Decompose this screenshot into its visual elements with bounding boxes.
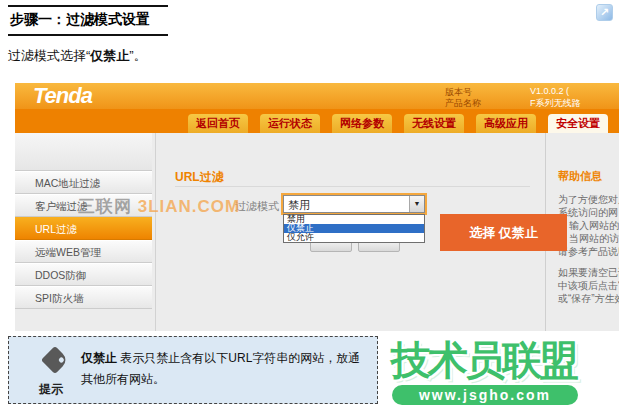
- option-allow-only[interactable]: 仅允许: [284, 233, 424, 242]
- tab-wireless[interactable]: 无线设置: [404, 114, 464, 133]
- tab-status[interactable]: 运行状态: [260, 114, 320, 133]
- site-url-badge: www.jsgho.com: [392, 385, 578, 405]
- help-line: 输入网站的: [558, 219, 619, 232]
- panel-title: URL过滤: [175, 169, 224, 186]
- help-heading: 帮助信息: [558, 169, 602, 184]
- router-header: Tenda 版本号 V1.0.0.2 ( 产品名称 F系列无线路: [15, 83, 619, 109]
- router-body: MAC地址过滤 客户端过滤 URL过滤 远端WEB管理 DDOS防御 SPI防火…: [15, 133, 619, 331]
- sidebar-item-mac-filter[interactable]: MAC地址过滤: [15, 171, 152, 194]
- nav-tabs: 返回首页 运行状态 网络参数 无线设置 高级应用 安全设置: [188, 114, 608, 133]
- help-line: 或“保存”方生效: [558, 292, 619, 305]
- help-line: 请参考产品说明: [558, 245, 619, 258]
- version-value: V1.0.0.2 (: [530, 86, 569, 96]
- tip-text: 仅禁止 表示只禁止含有以下URL字符串的网站，放通其他所有网站。: [81, 348, 371, 390]
- sidebar: MAC地址过滤 客户端过滤 URL过滤 远端WEB管理 DDOS防御 SPI防火…: [15, 133, 152, 309]
- help-line: 中该项后点击“清: [558, 279, 619, 292]
- tab-home[interactable]: 返回首页: [188, 114, 248, 133]
- select-value: 禁用: [288, 198, 310, 213]
- intro-prefix: 过滤模式选择“: [8, 48, 90, 63]
- tenda-logo: Tenda: [33, 83, 92, 109]
- help-line: 系统访问的网: [558, 206, 619, 219]
- tag-icon: [41, 346, 69, 374]
- tab-advanced[interactable]: 高级应用: [476, 114, 536, 133]
- help-text: 为了方便您对局 系统访问的网 输入网站的 当网站的访 请参考产品说明 如果要清空…: [558, 193, 619, 305]
- tip-body: 表示只禁止含有以下URL字符串的网站，放通其他所有网站。: [81, 351, 360, 386]
- help-line: 当网站的访: [558, 232, 619, 245]
- filter-mode-label: 过滤模式: [235, 199, 279, 214]
- intro-bold: 仅禁止: [90, 48, 129, 63]
- sidebar-item-url-filter[interactable]: URL过滤: [15, 217, 152, 240]
- site-logo: 技术员联盟: [391, 333, 591, 388]
- filter-mode-select[interactable]: 禁用 ▼: [283, 195, 425, 213]
- tip-bold: 仅禁止: [81, 351, 117, 365]
- sidebar-item-spi[interactable]: SPI防火墙: [15, 286, 152, 309]
- watermark-en: 3LIAN.COM: [132, 197, 240, 216]
- tip-box: 提示 仅禁止 表示只禁止含有以下URL字符串的网站，放通其他所有网站。: [8, 336, 378, 404]
- expand-icon[interactable]: ↗: [596, 4, 613, 21]
- help-paragraph-gap: [558, 258, 619, 266]
- tab-security[interactable]: 安全设置: [548, 114, 608, 133]
- router-screenshot: Tenda 版本号 V1.0.0.2 ( 产品名称 F系列无线路 返回首页 运行…: [15, 83, 619, 331]
- intro-text: 过滤模式选择“仅禁止”。: [8, 47, 147, 65]
- intro-suffix: ”。: [129, 48, 146, 63]
- help-line: 如果要清空已设: [558, 266, 619, 279]
- router-navbar: 返回首页 运行状态 网络参数 无线设置 高级应用 安全设置: [15, 109, 619, 133]
- help-line: 为了方便您对局: [558, 193, 619, 206]
- page: 步骤一：过滤模式设置 ↗ 过滤模式选择“仅禁止”。 Tenda 版本号 V1.0…: [0, 0, 619, 409]
- step-title: 步骤一：过滤模式设置: [8, 5, 168, 36]
- annotation-callout: 选择 仅禁止: [440, 214, 567, 251]
- sidebar-header: [15, 133, 152, 171]
- chevron-down-icon[interactable]: ▼: [409, 196, 424, 212]
- watermark-cn: 三联网: [78, 197, 132, 216]
- sidebar-item-ddos[interactable]: DDOS防御: [15, 263, 152, 286]
- watermark: 三联网 3LIAN.COM: [78, 195, 240, 218]
- sidebar-divider: [155, 133, 156, 331]
- panel-title-rule: [175, 186, 530, 187]
- tip-label: 提示: [39, 381, 63, 398]
- tab-network[interactable]: 网络参数: [332, 114, 392, 133]
- sidebar-item-remote-web[interactable]: 远端WEB管理: [15, 240, 152, 263]
- filter-mode-dropdown: 禁用 仅禁止 仅允许: [283, 214, 425, 243]
